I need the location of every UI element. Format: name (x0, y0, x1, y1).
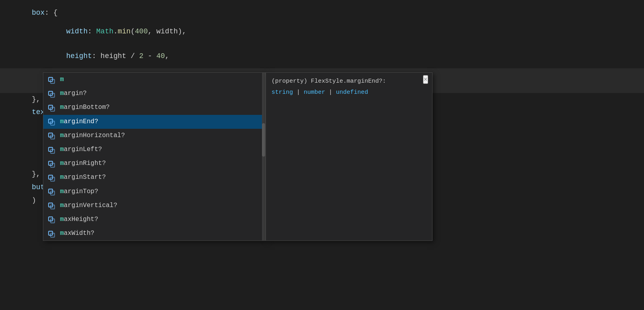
autocomplete-scrollbar[interactable] (262, 73, 265, 240)
autocomplete-item-marginleft[interactable]: marginLeft? (43, 143, 265, 157)
token: Math (96, 26, 113, 37)
item-text-maxheight: maxHeight? (60, 214, 98, 225)
item-text-m: m (60, 74, 64, 85)
token: : (87, 26, 96, 37)
token: 40 (156, 50, 165, 62)
token: - (144, 50, 156, 62)
token: . (113, 26, 118, 37)
token: , (165, 50, 169, 62)
autocomplete-item-maxwidth[interactable]: maxWidth? (43, 227, 265, 240)
token: 2 (139, 50, 144, 62)
property-icon (48, 188, 56, 196)
item-text-marginhorizontal: marginHorizontal? (60, 130, 125, 141)
property-icon (48, 202, 56, 209)
autocomplete-item-marginright[interactable]: marginRight? (43, 157, 265, 170)
tooltip-panel: × (property) FlexStyle.marginEnd?: strin… (266, 72, 433, 241)
autocomplete-item-marginend[interactable]: marginEnd? (43, 115, 265, 129)
tooltip-separator-2: | (329, 89, 336, 96)
token: }, (32, 94, 41, 105)
tooltip-type-string: string (272, 89, 293, 96)
property-icon (48, 160, 56, 168)
property-icon (48, 118, 56, 126)
autocomplete-item-marginbottom[interactable]: marginBottom? (43, 101, 265, 114)
code-content-1: box: { (32, 7, 58, 19)
property-icon (48, 76, 56, 84)
token: }, (32, 169, 41, 180)
autocomplete-item-margintop[interactable]: marginTop? (43, 185, 265, 199)
tooltip-line1: (property) FlexStyle.marginEnd?: (272, 77, 427, 86)
code-content-3: height: height / 2 - 40, (32, 45, 169, 68)
autocomplete-item-marginstart[interactable]: marginStart? (43, 170, 265, 184)
code-line-2: width: Math.min(400, width), (0, 19, 644, 44)
token: width (66, 26, 87, 37)
item-text-marginbottom: marginBottom? (60, 102, 110, 113)
autocomplete-item-marginhorizontal[interactable]: marginHorizontal? (43, 129, 265, 143)
property-icon (48, 132, 56, 140)
item-text-margintop: marginTop? (60, 186, 98, 197)
tooltip-type-number: number (304, 89, 325, 96)
code-content-2: width: Math.min(400, width), (32, 20, 186, 43)
token: height (66, 50, 92, 62)
token: box (32, 7, 45, 19)
property-icon (48, 174, 56, 182)
item-text-marginstart: marginStart? (60, 172, 106, 183)
autocomplete-scrollbar-thumb[interactable] (262, 123, 265, 157)
autocomplete-item-marginvertical[interactable]: marginVertical? (43, 199, 265, 213)
token: 400 (135, 26, 147, 37)
token: : height / (92, 50, 139, 62)
item-text-marginright: marginRight? (60, 158, 106, 169)
editor-container: box: { width: Math.min(400, width), heig… (0, 0, 644, 213)
item-text-marginleft: marginLeft? (60, 144, 102, 155)
property-icon (48, 230, 56, 238)
autocomplete-list[interactable]: m margin? (43, 72, 266, 241)
tooltip-close-button[interactable]: × (423, 75, 428, 84)
token: ) (32, 195, 36, 206)
property-icon (48, 90, 56, 98)
autocomplete-container: m margin? (43, 72, 433, 241)
item-text-marginvertical: marginVertical? (60, 200, 117, 211)
property-icon (48, 215, 56, 223)
property-icon (48, 104, 56, 112)
token: , width), (148, 26, 186, 37)
token: ( (130, 26, 135, 37)
tooltip-separator-1: | (297, 89, 304, 96)
item-text-marginend: marginEnd? (60, 116, 98, 127)
autocomplete-item-m[interactable]: m (43, 73, 265, 87)
code-content-9: }, (32, 169, 41, 180)
autocomplete-item-margin[interactable]: margin? (43, 87, 265, 101)
item-text-maxwidth: maxWidth? (60, 228, 94, 239)
code-content-5: }, (32, 94, 41, 105)
tooltip-line2: string | number | undefined (272, 88, 427, 97)
token: min (118, 26, 130, 37)
tooltip-type-undefined: undefined (336, 89, 368, 96)
code-content-11: ) (32, 195, 36, 206)
property-icon (48, 146, 56, 154)
autocomplete-item-maxheight[interactable]: maxHeight? (43, 213, 265, 227)
code-line-3: height: height / 2 - 40, (0, 44, 644, 68)
item-text-margin: margin? (60, 88, 87, 99)
token: : { (45, 7, 57, 19)
code-line-1: box: { (0, 6, 644, 19)
